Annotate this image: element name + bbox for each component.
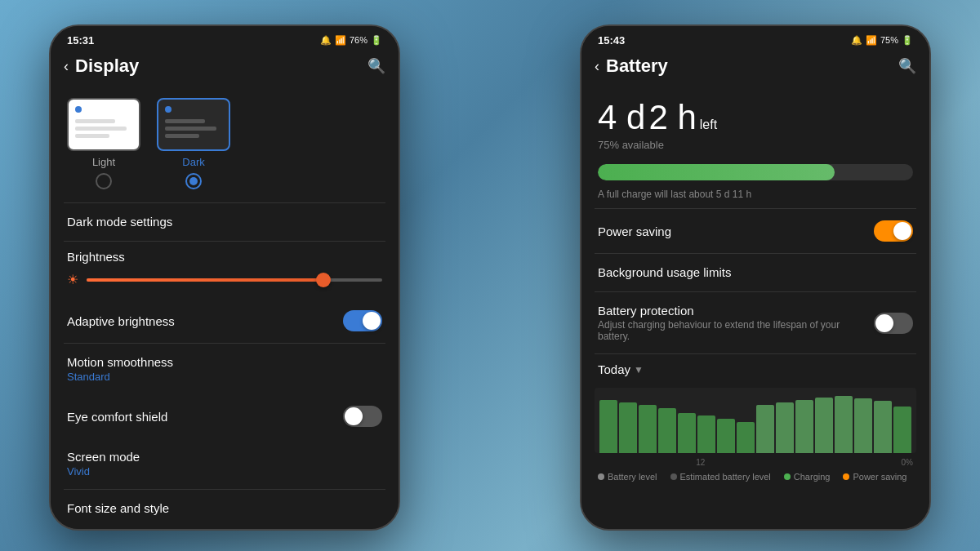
status-icons-left: 🔔 📶 76% 🔋 (320, 35, 382, 46)
nav-bar-left: ‹ Display 🔍 (51, 51, 399, 85)
today-dropdown[interactable]: Today ▼ (581, 354, 929, 384)
battery-icon-right: 🔋 (902, 35, 913, 46)
chart-label-pct: 0% (902, 458, 913, 467)
chart-bar-1 (599, 400, 617, 453)
chart-bar-2 (619, 402, 637, 453)
status-bar-right: 15:43 🔔 📶 75% 🔋 (581, 26, 929, 51)
legend-power-saving-label: Power saving (853, 472, 906, 482)
back-button-right[interactable]: ‹ (595, 58, 599, 75)
legend-dot-power-saving (843, 473, 849, 480)
today-label: Today (598, 362, 630, 376)
screen-mode-label: Screen mode (67, 450, 382, 464)
theme-dark-radio[interactable] (185, 173, 202, 189)
chart-bar-6 (697, 415, 715, 453)
eye-comfort-toggle[interactable] (343, 406, 382, 427)
brightness-slider-row: ☀ (67, 272, 382, 287)
theme-dark[interactable]: Dark (157, 98, 230, 189)
battery-protection-sub: Adjust charging behaviour to extend the … (598, 319, 866, 342)
battery-chart (595, 388, 916, 453)
battery-avail: 75% available (598, 139, 913, 151)
dropdown-arrow-icon: ▼ (634, 364, 644, 375)
legend-power-saving: Power saving (843, 472, 906, 482)
font-size-label: Font size and style (67, 501, 169, 515)
theme-light[interactable]: Light (67, 98, 140, 189)
battery-left: left (700, 118, 717, 132)
chart-bar-8 (737, 422, 755, 453)
adaptive-brightness-toggle[interactable] (343, 310, 382, 331)
search-icon-left[interactable]: 🔍 (368, 57, 385, 75)
screen-mode-sub: Vivid (67, 465, 382, 478)
legend-battery-label: Battery level (608, 472, 657, 482)
chart-bar-4 (658, 408, 676, 453)
brightness-thumb[interactable] (316, 273, 331, 287)
nav-right-left: ‹ Battery (595, 56, 668, 77)
power-saving-knob (893, 222, 911, 240)
bg-usage-label: Background usage limits (598, 265, 731, 279)
chart-bar-10 (776, 402, 794, 453)
time-left: 15:31 (67, 34, 94, 47)
eye-comfort-knob (345, 407, 363, 425)
page-title-left: Display (75, 56, 139, 77)
dark-mode-settings-item[interactable]: Dark mode settings (51, 203, 399, 241)
battery-days: 4 d (598, 98, 645, 137)
battery-protection-item[interactable]: Battery protection Adjust charging behav… (581, 292, 929, 353)
adaptive-brightness-item[interactable]: Adaptive brightness (51, 299, 399, 343)
chart-bar-5 (678, 413, 696, 453)
nav-bar-right: ‹ Battery 🔍 (581, 51, 929, 85)
signal-icon: 📶 (335, 35, 346, 46)
chart-bar-12 (815, 398, 833, 453)
chart-bar-11 (795, 400, 813, 453)
screen-mode-item[interactable]: Screen mode Vivid (51, 438, 399, 489)
brightness-track[interactable] (87, 278, 382, 282)
power-saving-toggle[interactable] (874, 220, 913, 242)
power-saving-label: Power saving (598, 224, 671, 238)
battery-time-display: 4 d 2 h left (598, 98, 913, 137)
adaptive-brightness-label: Adaptive brightness (67, 314, 175, 328)
eye-comfort-item[interactable]: Eye comfort shield (51, 394, 399, 438)
chart-label-12: 12 (696, 458, 705, 467)
theme-dark-preview (157, 98, 230, 151)
signal-icon-right: 📶 (866, 35, 877, 46)
time-right: 15:43 (598, 34, 625, 47)
back-button-left[interactable]: ‹ (64, 58, 69, 75)
battery-icon-left: 🔋 (371, 35, 382, 46)
theme-selector: Light Dark (51, 85, 399, 202)
search-icon-right[interactable]: 🔍 (898, 57, 916, 75)
battery-bar (598, 164, 913, 180)
motion-smoothness-sub: Standard (67, 371, 382, 383)
bell-icon: 🔔 (320, 35, 332, 46)
battery-protection-toggle[interactable] (874, 313, 913, 334)
theme-light-label: Light (92, 156, 115, 168)
motion-smoothness-item[interactable]: Motion smoothness Standard (51, 344, 399, 394)
chart-bar-13 (835, 396, 853, 453)
chart-legend: Battery level Estimated battery level Ch… (581, 469, 929, 485)
bg-usage-item[interactable]: Background usage limits (581, 254, 929, 291)
legend-dot-charging (784, 473, 791, 480)
battery-hours: 2 h (648, 98, 696, 137)
legend-estimated-label: Estimated battery level (680, 472, 771, 482)
status-icons-right: 🔔 📶 75% 🔋 (851, 35, 913, 46)
font-size-item[interactable]: Font size and style (51, 490, 399, 527)
chart-bar-7 (717, 419, 735, 453)
battery-pct-right: 75% (880, 35, 898, 45)
motion-smoothness-label: Motion smoothness (67, 355, 382, 369)
chart-bar-9 (756, 405, 774, 453)
battery-time-section: 4 d 2 h left 75% available (581, 85, 929, 156)
battery-pct-left: 76% (350, 35, 368, 45)
legend-charging: Charging (784, 472, 831, 482)
dark-mode-label: Dark mode settings (67, 215, 172, 229)
legend-battery-level: Battery level (598, 472, 657, 482)
page-title-right: Battery (606, 56, 668, 77)
chart-bar-16 (893, 407, 911, 453)
phone-right: 15:43 🔔 📶 75% 🔋 ‹ Battery 🔍 4 (580, 24, 931, 531)
legend-charging-label: Charging (794, 472, 831, 482)
battery-charge-text: A full charge will last about 5 d 11 h (581, 189, 929, 208)
chart-bar-14 (854, 398, 872, 453)
legend-estimated: Estimated battery level (670, 472, 771, 482)
toggle-knob (363, 312, 381, 330)
theme-light-radio[interactable] (96, 173, 112, 189)
scene: 15:31 🔔 📶 76% 🔋 ‹ Display 🔍 (0, 0, 980, 551)
phone-left: 15:31 🔔 📶 76% 🔋 ‹ Display 🔍 (49, 24, 400, 531)
power-saving-item[interactable]: Power saving (581, 209, 929, 253)
brightness-fill (87, 278, 323, 282)
